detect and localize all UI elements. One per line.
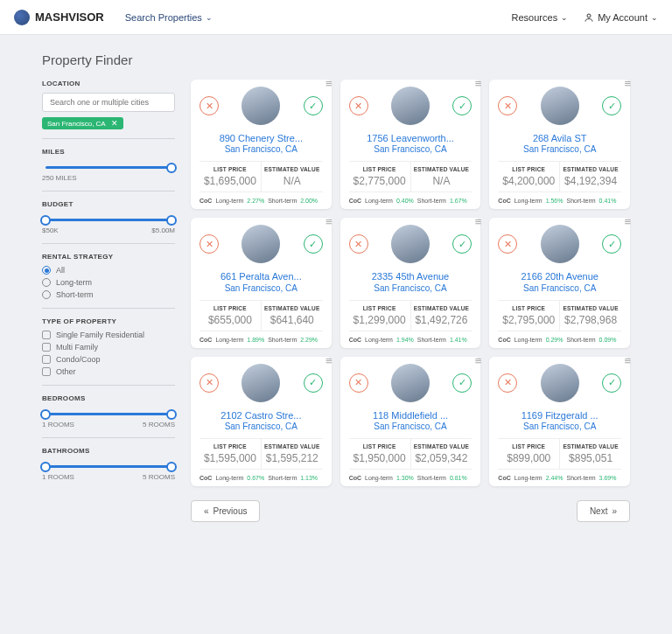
- nav-search-properties[interactable]: Search Properties ⌄: [125, 12, 213, 23]
- coc-row: CoC Long-term 1.30% Short-term 0.81%: [349, 470, 472, 481]
- property-address[interactable]: 2166 20th Avenue: [498, 270, 621, 282]
- longterm-value: 1.30%: [396, 475, 414, 481]
- menu-icon[interactable]: ≡: [326, 81, 332, 87]
- property-address[interactable]: 118 Middlefield ...: [349, 409, 472, 422]
- accept-button[interactable]: ✓: [602, 234, 621, 254]
- checkbox-icon: [42, 355, 51, 364]
- property-card[interactable]: ≡ ✕ ✓ 2166 20th Avenue San Francisco, CA…: [489, 218, 630, 347]
- coc-label: CoC: [498, 475, 510, 481]
- est-value-label: ESTIMATED VALUE: [562, 305, 620, 311]
- accept-button[interactable]: ✓: [602, 96, 621, 115]
- bathrooms-slider[interactable]: [46, 465, 172, 468]
- reject-button[interactable]: ✕: [349, 96, 368, 115]
- logo[interactable]: MASHVISOR: [14, 10, 104, 25]
- brand-name: MASHVISOR: [35, 10, 104, 24]
- next-button[interactable]: Next »: [577, 500, 630, 522]
- menu-icon[interactable]: ≡: [475, 219, 481, 226]
- est-value-value: $2,798,968: [562, 314, 620, 326]
- accept-button[interactable]: ✓: [602, 373, 621, 393]
- menu-icon[interactable]: ≡: [326, 219, 332, 226]
- property-address[interactable]: 1756 Leavenworth...: [349, 132, 472, 144]
- close-icon[interactable]: ✕: [111, 119, 118, 128]
- bathrooms-range: 1 ROOMS 5 ROOMS: [42, 473, 175, 481]
- miles-slider[interactable]: [46, 166, 172, 169]
- menu-icon[interactable]: ≡: [624, 359, 630, 365]
- accept-button[interactable]: ✓: [452, 373, 472, 393]
- property-card[interactable]: ≡ ✕ ✓ 268 Avila ST San Francisco, CA LIS…: [489, 80, 630, 209]
- price-row: LIST PRICE $1,695,000 ESTIMATED VALUE N/…: [200, 161, 323, 192]
- reject-button[interactable]: ✕: [349, 373, 368, 393]
- property-image: [391, 364, 430, 402]
- slider-thumb-min[interactable]: [40, 462, 51, 472]
- accept-button[interactable]: ✓: [304, 373, 323, 393]
- reject-button[interactable]: ✕: [498, 373, 517, 393]
- property-address[interactable]: 268 Avila ST: [498, 132, 621, 144]
- accept-button[interactable]: ✓: [452, 96, 472, 115]
- list-price-label: LIST PRICE: [500, 166, 557, 172]
- slider-thumb-max[interactable]: [166, 462, 177, 472]
- property-city: San Francisco, CA: [498, 422, 621, 431]
- proptype-check-multi[interactable]: Multi Family: [42, 343, 175, 352]
- list-price-col: LIST PRICE $4,200,000: [498, 162, 560, 192]
- location-chip[interactable]: San Francisco, CA ✕: [42, 117, 123, 129]
- menu-icon[interactable]: ≡: [624, 81, 630, 87]
- shortterm-label: Short-term: [417, 475, 446, 481]
- property-address[interactable]: 2102 Castro Stre...: [200, 409, 323, 422]
- reject-button[interactable]: ✕: [200, 96, 219, 115]
- bedrooms-slider[interactable]: [46, 413, 172, 415]
- accept-button[interactable]: ✓: [304, 234, 323, 254]
- slider-thumb[interactable]: [166, 163, 177, 173]
- property-card[interactable]: ≡ ✕ ✓ 2102 Castro Stre... San Francisco,…: [191, 357, 332, 486]
- proptype-check-other[interactable]: Other: [42, 367, 175, 376]
- budget-slider[interactable]: [46, 219, 172, 221]
- property-address[interactable]: 661 Peralta Aven...: [200, 270, 323, 282]
- est-value-col: ESTIMATED VALUE $1,595,212: [262, 439, 323, 469]
- menu-icon[interactable]: ≡: [475, 359, 481, 365]
- rental-radio-all[interactable]: All: [42, 266, 175, 275]
- longterm-label: Long-term: [365, 198, 393, 204]
- nav-resources[interactable]: Resources ⌄: [512, 12, 569, 23]
- property-image: [541, 87, 579, 125]
- topbar-right: Resources ⌄ My Account ⌄: [512, 12, 658, 23]
- menu-icon[interactable]: ≡: [475, 81, 481, 87]
- list-price-value: $1,950,000: [351, 452, 409, 464]
- coc-row: CoC Long-term 0.29% Short-term 0.09%: [498, 331, 621, 343]
- menu-icon[interactable]: ≡: [326, 359, 332, 365]
- coc-row: CoC Long-term 0.67% Short-term 1.13%: [200, 470, 323, 481]
- property-city: San Francisco, CA: [200, 283, 323, 293]
- rental-radio-long[interactable]: Long-term: [42, 278, 175, 287]
- slider-thumb-max[interactable]: [166, 215, 177, 226]
- list-price-value: $2,775,000: [351, 175, 409, 187]
- property-image: [242, 364, 280, 402]
- location-search-input[interactable]: [42, 93, 175, 112]
- accept-button[interactable]: ✓: [452, 234, 472, 254]
- proptype-check-condo[interactable]: Condo/Coop: [42, 355, 175, 364]
- property-card[interactable]: ≡ ✕ ✓ 890 Chenery Stre... San Francisco,…: [191, 80, 332, 209]
- nav-my-account[interactable]: My Account ⌄: [584, 12, 658, 23]
- accept-button[interactable]: ✓: [304, 96, 323, 115]
- reject-button[interactable]: ✕: [200, 234, 219, 254]
- previous-button[interactable]: « Previous: [191, 500, 260, 522]
- reject-button[interactable]: ✕: [349, 234, 368, 254]
- slider-thumb-max[interactable]: [166, 409, 177, 420]
- slider-thumb-min[interactable]: [40, 409, 51, 420]
- radio-icon: [42, 278, 51, 287]
- property-card[interactable]: ≡ ✕ ✓ 118 Middlefield ... San Francisco,…: [340, 357, 481, 486]
- property-card[interactable]: ≡ ✕ ✓ 661 Peralta Aven... San Francisco,…: [191, 218, 332, 347]
- slider-thumb-min[interactable]: [40, 215, 51, 226]
- property-card[interactable]: ≡ ✕ ✓ 1169 Fitzgerald ... San Francisco,…: [489, 357, 630, 486]
- longterm-label: Long-term: [365, 475, 393, 481]
- proptype-check-single[interactable]: Single Family Residential: [42, 331, 175, 339]
- menu-icon[interactable]: ≡: [624, 219, 630, 226]
- reject-button[interactable]: ✕: [498, 234, 517, 254]
- property-card[interactable]: ≡ ✕ ✓ 1756 Leavenworth... San Francisco,…: [340, 80, 481, 209]
- property-address[interactable]: 2335 45th Avenue: [349, 270, 472, 282]
- list-price-value: $899,000: [500, 452, 557, 464]
- property-address[interactable]: 1169 Fitzgerald ...: [498, 409, 621, 422]
- reject-button[interactable]: ✕: [498, 96, 517, 115]
- rental-radio-short[interactable]: Short-term: [42, 290, 175, 299]
- reject-button[interactable]: ✕: [200, 373, 219, 393]
- list-price-label: LIST PRICE: [500, 305, 557, 311]
- property-address[interactable]: 890 Chenery Stre...: [200, 132, 323, 144]
- property-card[interactable]: ≡ ✕ ✓ 2335 45th Avenue San Francisco, CA…: [340, 218, 481, 347]
